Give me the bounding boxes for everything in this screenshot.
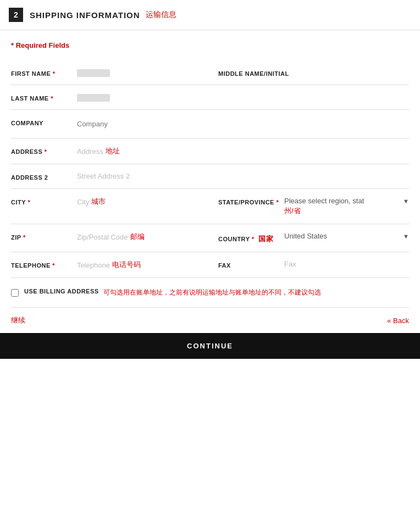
page-header: 2 SHIPPING INFORMATION 运输信息 [0,0,420,30]
address-input-wrap: Address 地址 [77,146,409,156]
city-group: CITY * City 城市 [11,197,202,207]
page-title: SHIPPING INFORMATION [30,10,140,20]
city-label: CITY * [11,197,77,206]
country-input-wrap: United States ▼ [284,232,409,240]
billing-label: USE BILLING ADDRESS [24,288,99,295]
page-title-cn: 运输信息 [146,10,176,20]
address-cn: 地址 [106,146,120,156]
name-row: FIRST NAME * MIDDLE NAME/INITIAL [11,60,409,85]
billing-row: USE BILLING ADDRESS 可勾选用在账单地址，之前有说明运输地址与… [11,278,409,308]
fax-label: FAX [218,260,284,269]
fax-input-wrap: Fax [284,260,409,268]
first-name-input-wrap [77,68,202,77]
shipping-form: * Required Fields FIRST NAME * MIDDLE NA… [0,30,420,308]
last-name-input-wrap [77,93,202,102]
first-name-group: FIRST NAME * [11,68,202,77]
back-link[interactable]: « Back [387,317,409,325]
company-row: COMPANY [11,110,409,138]
country-label: COUNTRY * 国家 [218,232,284,244]
telephone-fax-row: TELEPHONE * Telephone 电话号码 FAX Fax [11,252,409,278]
zip-country-row: ZIP * Zip/Postal Code 邮编 COUNTRY * 国家 Un… [11,224,409,252]
address2-placeholder: Street Address 2 [77,172,130,180]
address2-row: ADDRESS 2 Street Address 2 [11,164,409,189]
city-input-wrap: City 城市 [77,197,202,207]
zip-label: ZIP * [11,232,77,241]
zip-placeholder: Zip/Postal Code [77,233,128,241]
state-input-wrap: Please select region, stat ▼ 州/省 [284,197,409,216]
zip-input-wrap: Zip/Postal Code 邮编 [77,232,202,242]
last-name-label: LAST NAME * [11,93,77,102]
country-select-wrap[interactable]: United States ▼ [284,232,409,240]
telephone-label: TELEPHONE * [11,260,77,269]
state-label: STATE/PROVINCE * [218,197,284,206]
country-cn: 国家 [258,235,273,243]
last-name-group: LAST NAME * [11,93,202,102]
country-chevron-icon: ▼ [403,233,409,240]
first-name-label: FIRST NAME * [11,68,77,77]
continue-link[interactable]: 继续 [11,315,25,325]
state-select-wrap[interactable]: Please select region, stat ▼ [284,197,409,205]
telephone-input-wrap: Telephone 电话号码 [77,260,202,270]
address2-group: ADDRESS 2 Street Address 2 [11,172,409,181]
telephone-placeholder: Telephone [77,261,110,269]
country-value: United States [284,232,401,240]
address-placeholder: Address [77,147,103,156]
address-label: ADDRESS * [11,146,77,155]
continue-button[interactable]: CONTINUE [0,333,420,359]
last-name-row: LAST NAME * [11,85,409,110]
last-name-blurred [77,94,110,102]
state-chevron-icon: ▼ [403,198,409,204]
state-group: STATE/PROVINCE * Please select region, s… [218,197,409,216]
address-row: ADDRESS * Address 地址 [11,138,409,164]
step-badge: 2 [9,8,23,22]
city-cn: 城市 [91,197,106,207]
country-group: COUNTRY * 国家 United States ▼ [218,232,409,244]
company-input-wrap[interactable] [77,118,409,130]
state-placeholder: Please select region, stat [284,197,401,205]
telephone-group: TELEPHONE * Telephone 电话号码 [11,260,202,270]
billing-checkbox[interactable] [11,289,19,297]
billing-note: 可勾选用在账单地址，之前有说明运输地址与账单地址的不同，不建议勾选 [103,288,321,297]
required-fields-note: * Required Fields [11,41,409,49]
middle-name-group: MIDDLE NAME/INITIAL [218,68,409,77]
zip-cn: 邮编 [130,232,145,242]
fax-group: FAX Fax [218,260,409,269]
address2-input-wrap: Street Address 2 [77,172,409,180]
first-name-blurred [77,69,110,77]
state-cn: 州/省 [284,206,409,216]
fax-placeholder: Fax [284,260,296,268]
company-label: COMPANY [11,118,77,126]
city-placeholder: City [77,198,89,206]
zip-group: ZIP * Zip/Postal Code 邮编 [11,232,202,242]
middle-name-label: MIDDLE NAME/INITIAL [218,68,289,77]
address2-label: ADDRESS 2 [11,172,77,181]
telephone-cn: 电话号码 [112,260,141,270]
address-group: ADDRESS * Address 地址 [11,146,409,156]
footer-links: 继续 « Back [0,308,420,333]
company-group: COMPANY [11,118,409,130]
city-state-row: CITY * City 城市 STATE/PROVINCE * Please s… [11,189,409,224]
company-input[interactable] [77,118,409,130]
